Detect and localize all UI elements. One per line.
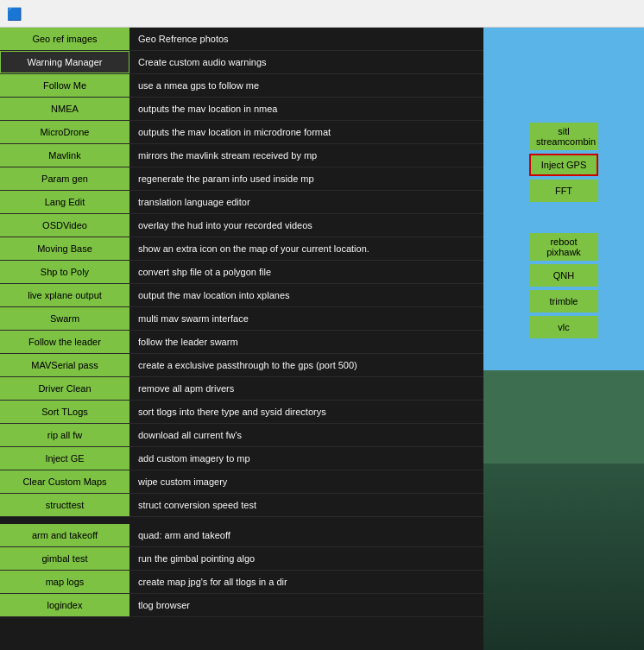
inject-gps-button[interactable]: Inject GPS bbox=[529, 154, 598, 176]
list-item: logindextlog browser bbox=[0, 594, 483, 617]
right-panel: sitl streamcombinInject GPSFFT reboot pi… bbox=[483, 28, 644, 650]
plugin-desc: tlog browser bbox=[129, 596, 483, 614]
plugin-button-microdrone[interactable]: MicroDrone bbox=[0, 121, 129, 143]
plugin-desc: sort tlogs into there type and sysid dir… bbox=[129, 403, 483, 420]
plugin-button-rip-all-fw[interactable]: rip all fw bbox=[0, 424, 129, 446]
list-item: MicroDroneoutputs the mav location in mi… bbox=[0, 121, 483, 144]
main-content: Geo ref imagesGeo Refrence photosWarning… bbox=[0, 28, 644, 650]
list-item: Driver Cleanremove all apm drivers bbox=[0, 377, 483, 401]
title-bar: 🟦 bbox=[0, 0, 644, 28]
reboot-pixhawk-button[interactable]: reboot pixhawk bbox=[529, 233, 598, 261]
minimize-button[interactable] bbox=[515, 0, 554, 28]
plugin-desc: outputs the mav location in nmea bbox=[129, 100, 483, 117]
list-item: Param genregenerate the param info used … bbox=[0, 167, 483, 191]
plugin-desc: download all current fw's bbox=[129, 426, 483, 444]
plugin-button-warning-manager[interactable]: Warning Manager bbox=[0, 51, 129, 73]
list-item: gimbal testrun the gimbal pointing algo bbox=[0, 547, 483, 571]
plugin-button-mavlink[interactable]: Mavlink bbox=[0, 144, 129, 167]
plugin-button-shp-to-poly[interactable]: Shp to Poly bbox=[0, 261, 129, 283]
plugin-button-gimbal-test[interactable]: gimbal test bbox=[0, 547, 129, 570]
plugin-desc: follow the leader swarm bbox=[129, 333, 483, 350]
plugin-button-clear-custom-maps[interactable]: Clear Custom Maps bbox=[0, 470, 129, 493]
plugin-desc: translation language editor bbox=[129, 193, 483, 211]
right-group-1: sitl streamcombinInject GPSFFT bbox=[529, 123, 598, 202]
plugin-desc: wipe custom imagery bbox=[129, 473, 483, 490]
list-item: Follow Meuse a nmea gps to follow me bbox=[0, 74, 483, 98]
list-item: rip all fwdownload all current fw's bbox=[0, 424, 483, 447]
qnh-button[interactable]: QNH bbox=[529, 264, 598, 287]
list-item: Lang Edittranslation language editor bbox=[0, 191, 483, 214]
plugin-button-logindex[interactable]: logindex bbox=[0, 594, 129, 616]
fft-button[interactable]: FFT bbox=[529, 180, 598, 202]
plugin-desc: outputs the mav location in microdrone f… bbox=[129, 123, 483, 141]
plugin-button-lang-edit[interactable]: Lang Edit bbox=[0, 191, 129, 213]
plugin-desc: output the mav location into xplanes bbox=[129, 287, 483, 304]
list-item: Warning ManagerCreate custom audio warni… bbox=[0, 51, 483, 74]
vlc-button[interactable]: vlc bbox=[529, 316, 598, 338]
list-item: Inject GEadd custom imagery to mp bbox=[0, 447, 483, 470]
list-item: NMEAoutputs the mav location in nmea bbox=[0, 98, 483, 121]
list-item: arm and takeoffquad: arm and takeoff bbox=[0, 524, 483, 547]
list-item: OSDVideooverlay the hud into your record… bbox=[0, 214, 483, 237]
plugin-desc: regenerate the param info used inside mp bbox=[129, 170, 483, 187]
plugin-desc: mirrors the mavlink stream received by m… bbox=[129, 147, 483, 164]
plugin-desc: use a nmea gps to follow me bbox=[129, 77, 483, 94]
list-item: Clear Custom Mapswipe custom imagery bbox=[0, 470, 483, 494]
plugin-desc: convert shp file ot a polygon file bbox=[129, 263, 483, 281]
plugin-button-param-gen[interactable]: Param gen bbox=[0, 167, 129, 190]
list-item: Follow the leaderfollow the leader swarm bbox=[0, 331, 483, 354]
plugin-desc: show an extra icon on the map of your cu… bbox=[129, 240, 483, 257]
plugin-button-structtest[interactable]: structtest bbox=[0, 494, 129, 516]
right-panel-buttons: sitl streamcombinInject GPSFFT reboot pi… bbox=[483, 79, 644, 345]
plugin-button-arm-and-takeoff[interactable]: arm and takeoff bbox=[0, 524, 129, 546]
maximize-button[interactable] bbox=[556, 0, 596, 28]
plugin-button-driver-clean[interactable]: Driver Clean bbox=[0, 377, 129, 400]
list-item: MAVSerial passcreate a exclusive passthr… bbox=[0, 354, 483, 377]
plugin-desc: remove all apm drivers bbox=[129, 380, 483, 397]
plugin-button-nmea[interactable]: NMEA bbox=[0, 98, 129, 120]
plugin-desc: Geo Refrence photos bbox=[129, 30, 483, 47]
list-item: live xplane outputoutput the mav locatio… bbox=[0, 284, 483, 307]
plugin-button-osdvideo[interactable]: OSDVideo bbox=[0, 214, 129, 237]
plugin-button-swarm[interactable]: Swarm bbox=[0, 307, 129, 330]
plugin-button-mavserial-pass[interactable]: MAVSerial pass bbox=[0, 354, 129, 376]
plugin-button-geo-ref-images[interactable]: Geo ref images bbox=[0, 28, 129, 50]
list-item: Sort TLogssort tlogs into there type and… bbox=[0, 401, 483, 424]
list-item: Mavlinkmirrors the mavlink stream receiv… bbox=[0, 144, 483, 167]
plugin-button-inject-ge[interactable]: Inject GE bbox=[0, 447, 129, 470]
list-item: Shp to Polyconvert shp file ot a polygon… bbox=[0, 261, 483, 284]
plugin-desc: multi mav swarm interface bbox=[129, 310, 483, 327]
plugin-button-moving-base[interactable]: Moving Base bbox=[0, 237, 129, 260]
list-item: map logscreate map jpg's for all tlogs i… bbox=[0, 571, 483, 594]
plugin-list: Geo ref imagesGeo Refrence photosWarning… bbox=[0, 28, 483, 650]
window-controls bbox=[515, 0, 637, 28]
sitl-streamcombin-button[interactable]: sitl streamcombin bbox=[529, 123, 598, 150]
plugin-desc: struct conversion speed test bbox=[129, 496, 483, 514]
list-item: structteststruct conversion speed test bbox=[0, 494, 483, 517]
plugin-desc: Create custom audio warnings bbox=[129, 54, 483, 71]
app-icon: 🟦 bbox=[7, 7, 21, 21]
list-item: Geo ref imagesGeo Refrence photos bbox=[0, 28, 483, 51]
right-group-2: reboot pixhawkQNHtrimblevlc bbox=[529, 233, 598, 338]
plugin-button-follow-the-leader[interactable]: Follow the leader bbox=[0, 331, 129, 353]
plugin-desc: quad: arm and takeoff bbox=[129, 527, 483, 544]
plugin-desc: create a exclusive passthrough to the gp… bbox=[129, 357, 483, 374]
plugin-desc: create map jpg's for all tlogs in a dir bbox=[129, 573, 483, 590]
plugin-button-live-xplane-output[interactable]: live xplane output bbox=[0, 284, 129, 306]
list-item: Moving Baseshow an extra icon on the map… bbox=[0, 237, 483, 261]
plugin-button-map-logs[interactable]: map logs bbox=[0, 571, 129, 593]
list-item: Swarmmulti mav swarm interface bbox=[0, 307, 483, 331]
list-separator bbox=[0, 517, 483, 524]
close-button[interactable] bbox=[597, 0, 637, 28]
plugin-desc: add custom imagery to mp bbox=[129, 450, 483, 467]
plugin-desc: overlay the hud into your recorded video… bbox=[129, 217, 483, 234]
trimble-button[interactable]: trimble bbox=[529, 290, 598, 312]
plugin-button-follow-me[interactable]: Follow Me bbox=[0, 74, 129, 97]
plugin-button-sort-tlogs[interactable]: Sort TLogs bbox=[0, 401, 129, 423]
plugin-desc: run the gimbal pointing algo bbox=[129, 550, 483, 567]
